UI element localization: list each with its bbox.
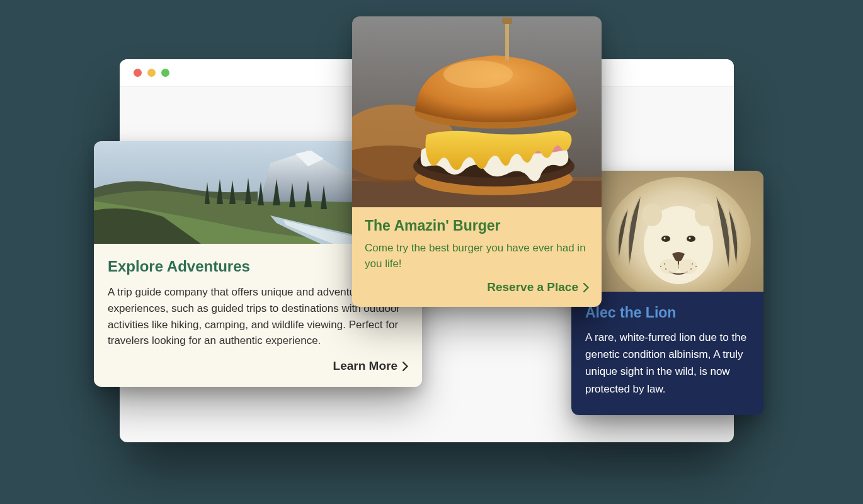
minimize-icon[interactable] [147,69,156,77]
card-body: The Amazin' Burger Come try the best bur… [352,207,602,307]
svg-point-15 [692,263,693,265]
svg-rect-28 [505,19,509,60]
learn-more-button[interactable]: Learn More [108,359,408,373]
maximize-icon[interactable] [161,69,169,77]
svg-point-11 [678,259,697,274]
svg-point-4 [642,203,662,226]
svg-point-6 [661,236,670,242]
svg-point-5 [695,203,715,226]
card-description: A rare, white-furred lion due to the gen… [585,329,750,398]
traffic-lights [134,69,169,77]
card-title: Alec the Lion [585,304,750,321]
cta-label: Reserve a Place [487,280,578,294]
svg-point-27 [443,60,513,88]
chevron-right-icon [583,283,589,292]
card-title: The Amazin' Burger [365,217,589,234]
svg-point-12 [664,263,665,265]
cta-label: Learn More [333,359,397,373]
svg-point-10 [660,259,678,274]
card-description: Come try the best burger you have ever h… [365,241,589,272]
reserve-button[interactable]: Reserve a Place [365,280,589,294]
chevron-right-icon [403,362,408,371]
svg-point-17 [690,268,692,270]
svg-point-14 [665,268,666,270]
card-body: Alec the Lion A rare, white-furred lion … [571,292,763,415]
svg-point-7 [687,236,695,242]
svg-rect-29 [502,18,512,24]
card-burger: The Amazin' Burger Come try the best bur… [352,16,602,307]
close-icon[interactable] [134,69,142,77]
card-image-burger [352,16,602,207]
svg-point-8 [664,238,666,239]
svg-point-9 [689,238,691,239]
svg-point-16 [695,266,697,267]
svg-point-13 [660,266,661,267]
